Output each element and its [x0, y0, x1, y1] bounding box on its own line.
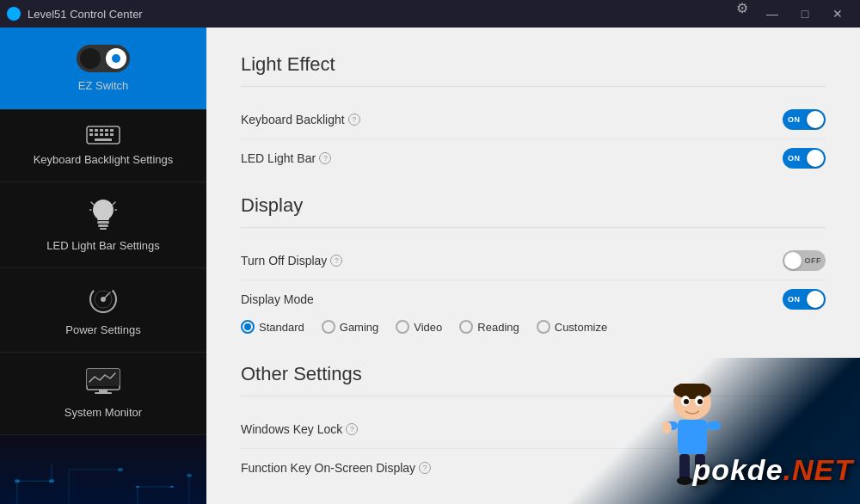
radio-circle-reading [459, 320, 473, 334]
svg-rect-19 [98, 224, 108, 227]
svg-point-3 [80, 48, 101, 69]
section-display: Display Turn Off Display ? OFF Display M… [241, 194, 826, 346]
function-key-osd-info-icon[interactable]: ? [419, 462, 431, 474]
led-light-bar-toggle[interactable]: ON [783, 148, 826, 169]
keyboard-backlight-toggle-knob [807, 111, 824, 128]
minimize-button[interactable]: — [757, 0, 788, 28]
sidebar-label-led: LED Light Bar Settings [46, 239, 160, 252]
windows-key-lock-toggle-knob [784, 421, 802, 438]
section-title-other-settings: Other Settings [241, 363, 826, 385]
content-area: Light Effect Keyboard Backlight ? ON LED… [206, 28, 860, 504]
keyboard-backlight-info-icon[interactable]: ? [348, 114, 360, 126]
sidebar-label-ez-switch: EZ Switch [78, 79, 129, 92]
led-light-bar-toggle-label: ON [788, 154, 801, 163]
title-bar-left: Level51 Control Center [7, 7, 143, 21]
bulb-icon [89, 198, 117, 234]
keyboard-backlight-toggle[interactable]: ON [783, 109, 826, 130]
svg-line-22 [113, 202, 115, 205]
divider-light-effect [241, 86, 826, 87]
maximize-button[interactable]: □ [789, 0, 820, 28]
close-button[interactable]: ✕ [822, 0, 853, 28]
radio-circle-video [396, 320, 409, 334]
setting-keyboard-backlight: Keyboard Backlight ? ON [241, 101, 826, 139]
sidebar-item-led-light-bar[interactable]: LED Light Bar Settings [0, 182, 206, 268]
settings-icon[interactable]: ⚙ [736, 0, 748, 28]
svg-point-44 [170, 486, 174, 489]
windows-key-lock-label: Windows Key Lock ? [241, 422, 358, 436]
radio-circle-customize [537, 320, 550, 334]
setting-display-mode: Display Mode ON Standard Gaming [241, 280, 826, 346]
display-mode-toggle-knob [807, 291, 824, 308]
turn-off-display-label: Turn Off Display ? [241, 254, 342, 267]
windows-key-lock-toggle[interactable]: OFF [783, 419, 826, 439]
setting-turn-off-display: Turn Off Display ? OFF [241, 242, 826, 280]
svg-point-40 [118, 468, 123, 471]
sidebar-circuit-bg [0, 435, 206, 504]
keyboard-backlight-label: Keyboard Backlight ? [241, 113, 360, 126]
radio-video[interactable]: Video [396, 320, 442, 334]
display-mode-label: Display Mode [241, 292, 314, 306]
svg-point-37 [49, 479, 54, 482]
windows-key-lock-toggle-label: OFF [805, 425, 822, 433]
gauge-icon [88, 284, 119, 318]
svg-point-5 [112, 54, 120, 63]
function-key-osd-label: Function Key On-Screen Display ? [241, 461, 431, 475]
sidebar-item-keyboard-backlight[interactable]: Keyboard Backlight Settings [0, 110, 206, 182]
function-key-osd-toggle-knob [807, 459, 824, 476]
svg-rect-17 [95, 138, 112, 141]
divider-other-settings [241, 396, 826, 396]
sidebar-item-system-monitor[interactable]: System Monitor [0, 353, 206, 435]
window-controls: ⚙ — □ ✕ [736, 0, 853, 28]
turn-off-display-toggle-label: OFF [805, 256, 822, 265]
svg-rect-14 [100, 133, 103, 136]
setting-windows-key-lock: Windows Key Lock ? OFF [241, 410, 826, 449]
led-light-bar-label: LED Light Bar ? [241, 151, 331, 165]
app-title: Level51 Control Center [28, 8, 143, 21]
svg-point-43 [136, 486, 139, 489]
windows-key-lock-info-icon[interactable]: ? [346, 423, 358, 435]
sidebar: EZ Switch Keyb [0, 28, 206, 504]
led-light-bar-toggle-knob [807, 150, 824, 167]
svg-rect-31 [99, 390, 108, 392]
section-other-settings: Other Settings Windows Key Lock ? OFF Fu… [241, 363, 826, 487]
display-mode-top: Display Mode ON [241, 289, 826, 310]
svg-rect-9 [100, 129, 103, 132]
sidebar-item-power-settings[interactable]: Power Settings [0, 268, 206, 353]
monitor-icon [86, 368, 120, 401]
radio-reading[interactable]: Reading [459, 320, 519, 334]
radio-circle-gaming [322, 320, 335, 334]
svg-line-21 [91, 202, 94, 205]
radio-gaming[interactable]: Gaming [322, 320, 379, 334]
turn-off-display-info-icon[interactable]: ? [330, 255, 342, 267]
setting-led-light-bar: LED Light Bar ? ON [241, 139, 826, 177]
svg-rect-13 [95, 133, 98, 136]
svg-rect-20 [100, 228, 107, 230]
svg-rect-18 [97, 221, 109, 224]
sidebar-label-power: Power Settings [65, 323, 140, 336]
sidebar-label-keyboard: Keyboard Backlight Settings [34, 153, 174, 166]
app-icon [7, 7, 21, 21]
function-key-osd-toggle-label: ON [788, 464, 801, 472]
svg-rect-7 [89, 129, 93, 132]
svg-rect-32 [95, 392, 112, 394]
display-mode-toggle[interactable]: ON [783, 289, 826, 310]
radio-standard[interactable]: Standard [241, 320, 304, 334]
led-light-bar-info-icon[interactable]: ? [319, 152, 331, 164]
sidebar-item-ez-switch[interactable]: EZ Switch [0, 28, 206, 110]
svg-rect-8 [95, 129, 98, 132]
display-mode-radio-group: Standard Gaming Video Reading [241, 317, 607, 337]
section-title-display: Display [241, 194, 826, 217]
radio-customize[interactable]: Customize [537, 320, 607, 334]
svg-rect-16 [110, 133, 114, 136]
section-title-light-effect: Light Effect [241, 53, 826, 76]
keyboard-icon [86, 126, 120, 148]
ez-switch-icon [77, 45, 130, 72]
svg-point-1 [11, 11, 16, 16]
display-mode-toggle-label: ON [788, 295, 801, 304]
radio-circle-standard [241, 320, 255, 334]
keyboard-backlight-toggle-label: ON [788, 115, 801, 124]
main-layout: EZ Switch Keyb [0, 28, 860, 504]
function-key-osd-toggle[interactable]: ON [783, 458, 826, 478]
section-light-effect: Light Effect Keyboard Backlight ? ON LED… [241, 53, 826, 177]
turn-off-display-toggle[interactable]: OFF [783, 250, 826, 271]
